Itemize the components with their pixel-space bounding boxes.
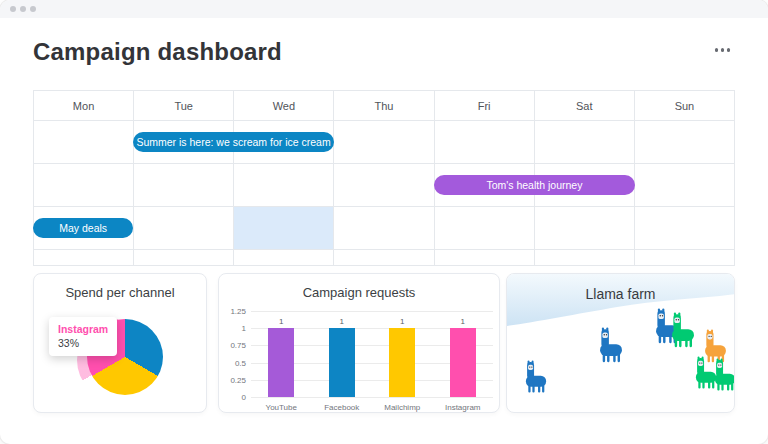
pie-tooltip-label: Instagram bbox=[58, 323, 108, 335]
calendar-cell[interactable] bbox=[334, 164, 433, 206]
calendar-cell[interactable] bbox=[635, 207, 734, 249]
llama-icon bbox=[669, 312, 697, 349]
calendar-cell[interactable] bbox=[334, 250, 433, 265]
calendar-cell[interactable] bbox=[334, 121, 433, 163]
calendar-cell[interactable] bbox=[134, 250, 233, 265]
window-dot-icon bbox=[10, 6, 16, 12]
x-axis-category-label: Mailchimp bbox=[372, 403, 433, 412]
widget-title: Spend per channel bbox=[34, 285, 206, 300]
widget-campaign-requests: Campaign requests 1.2510.750.50.250YouTu… bbox=[218, 273, 500, 413]
calendar-event[interactable]: Summer is here: we scream for ice cream bbox=[133, 132, 334, 152]
calendar-cell[interactable] bbox=[234, 207, 333, 249]
calendar-cell[interactable] bbox=[134, 207, 233, 249]
calendar-day-header: Mon bbox=[34, 91, 133, 120]
calendar-cell[interactable] bbox=[535, 121, 634, 163]
widget-title: Campaign requests bbox=[219, 285, 499, 300]
bar-value-label: 1 bbox=[450, 317, 476, 326]
calendar-day-header: Sun bbox=[635, 91, 734, 120]
y-axis-tick-label: 1.25 bbox=[220, 307, 246, 316]
bar-instagram[interactable]: 1 bbox=[450, 328, 476, 397]
llama-icon bbox=[712, 358, 735, 392]
calendar-day-header: Thu bbox=[334, 91, 433, 120]
bar-value-label: 1 bbox=[329, 317, 355, 326]
bar-youtube[interactable]: 1 bbox=[268, 328, 294, 397]
bar-value-label: 1 bbox=[268, 317, 294, 326]
x-axis-category-label: YouTube bbox=[251, 403, 312, 412]
calendar-cell[interactable] bbox=[435, 207, 534, 249]
window-title-bar bbox=[0, 0, 768, 18]
pie-tooltip: Instagram 33% bbox=[49, 317, 117, 356]
calendar-cell[interactable] bbox=[635, 164, 734, 206]
calendar-cell[interactable] bbox=[34, 250, 133, 265]
bar-mailchimp[interactable]: 1 bbox=[389, 328, 415, 397]
ellipsis-icon[interactable] bbox=[711, 44, 735, 56]
gridline bbox=[251, 397, 493, 398]
y-axis-tick-label: 0 bbox=[220, 393, 246, 402]
page-title: Campaign dashboard bbox=[33, 38, 282, 66]
calendar-cell[interactable] bbox=[535, 250, 634, 265]
calendar-day-header: Fri bbox=[435, 91, 534, 120]
widget-spend-per-channel: Spend per channel Instagram 33% bbox=[33, 273, 207, 413]
calendar-cell[interactable] bbox=[34, 164, 133, 206]
widget-title: Llama farm bbox=[507, 286, 734, 302]
app-window: Campaign dashboard MonTueWedThuFriSatSun… bbox=[0, 0, 768, 444]
calendar-cell[interactable] bbox=[34, 121, 133, 163]
bar-value-label: 1 bbox=[389, 317, 415, 326]
calendar-day-header: Wed bbox=[234, 91, 333, 120]
calendar-cell[interactable] bbox=[334, 207, 433, 249]
calendar-day-header: Sat bbox=[535, 91, 634, 120]
x-axis-category-label: Instagram bbox=[433, 403, 494, 412]
x-axis-category-label: Facebook bbox=[312, 403, 373, 412]
window-dots-icon[interactable] bbox=[10, 6, 36, 12]
calendar-cell[interactable] bbox=[535, 207, 634, 249]
widget-llama-farm: Llama farm bbox=[506, 273, 735, 413]
calendar-cell[interactable] bbox=[234, 250, 333, 265]
window-dot-icon bbox=[30, 6, 36, 12]
y-axis-tick-label: 0.5 bbox=[220, 359, 246, 368]
bar-facebook[interactable]: 1 bbox=[329, 328, 355, 397]
calendar-event[interactable]: Tom's health journey bbox=[434, 175, 635, 195]
y-axis-tick-label: 0.75 bbox=[220, 341, 246, 350]
calendar-event[interactable]: May deals bbox=[33, 218, 133, 238]
calendar-cell[interactable] bbox=[435, 121, 534, 163]
window-dot-icon bbox=[20, 6, 26, 12]
calendar-cell[interactable] bbox=[435, 250, 534, 265]
calendar-cell[interactable] bbox=[635, 250, 734, 265]
calendar-cell[interactable] bbox=[635, 121, 734, 163]
llama-icon bbox=[597, 327, 625, 364]
pie-tooltip-value: 33% bbox=[58, 337, 108, 349]
calendar-cell[interactable] bbox=[134, 164, 233, 206]
y-axis-tick-label: 0.25 bbox=[220, 376, 246, 385]
calendar-cell[interactable] bbox=[234, 164, 333, 206]
y-axis-tick-label: 1 bbox=[220, 324, 246, 333]
llama-icon bbox=[523, 360, 549, 394]
calendar-day-header: Tue bbox=[134, 91, 233, 120]
bar-chart-plot-area: 1111 bbox=[251, 311, 493, 397]
